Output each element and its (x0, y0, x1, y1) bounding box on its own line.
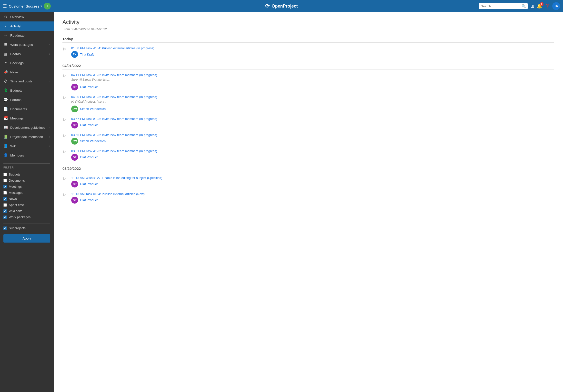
filter-checkbox-wiki-edits[interactable] (3, 209, 7, 213)
activity-user: OP Olaf Product (71, 181, 554, 187)
avatar[interactable]: TK (552, 2, 560, 10)
avatar: TK (71, 51, 78, 58)
sidebar-label-activity: Activity (10, 24, 50, 28)
avatar: SW (71, 138, 78, 145)
sidebar-label-work-packages: Work packages (10, 43, 47, 47)
filter-section: FILTER Budgets Documents Meetings Messag… (0, 160, 54, 221)
sidebar-item-news[interactable]: 📣 News (0, 68, 54, 77)
filter-checkbox-work-packages[interactable] (3, 216, 7, 219)
filter-label-messages: Messages (9, 191, 23, 195)
filter-item-documents[interactable]: Documents (3, 177, 50, 184)
sidebar-label-members: Members (10, 154, 50, 157)
search-box[interactable]: 🔍 (479, 3, 528, 9)
apply-button[interactable]: Apply (3, 234, 50, 243)
filter-checkbox-spent-time[interactable] (3, 203, 7, 207)
help-icon[interactable]: ❓ (544, 3, 550, 9)
filter-item-work-packages[interactable]: Work packages (3, 214, 50, 220)
grid-icon[interactable]: ⊞ (531, 3, 534, 9)
filter-label-spent-time: Spent time (9, 203, 24, 207)
sidebar-item-forums[interactable]: 💬 Forums (0, 95, 54, 104)
user-name[interactable]: Tina Kraft (80, 53, 94, 56)
activity-user: OP Olaf Product (71, 122, 554, 128)
avatar: OP (71, 122, 78, 128)
user-name[interactable]: Simon Wunderlich (80, 139, 106, 143)
filter-item-news[interactable]: News (3, 196, 50, 202)
filter-item-wiki-edits[interactable]: Wiki edits (3, 208, 50, 214)
sidebar-item-documents[interactable]: 📄 Documents (0, 104, 54, 114)
sidebar-item-roadmap[interactable]: ⇒ Roadmap (0, 31, 54, 40)
sidebar-label-news: News (10, 71, 50, 74)
subprojects-label: Subprojects (9, 226, 26, 230)
activity-link[interactable]: Task #123: Invite new team members (In p… (86, 149, 157, 153)
sidebar-item-dev-guidelines[interactable]: 📖 Development guidelines › (0, 123, 54, 132)
notification-icon[interactable]: 🔔 2 (537, 3, 542, 9)
sidebar-item-overview[interactable]: ⊙ Overview (0, 12, 54, 22)
user-name[interactable]: Olaf Product (80, 123, 98, 127)
activity-time: 03:56 PM (71, 133, 85, 137)
filter-item-spent-time[interactable]: Spent time (3, 202, 50, 208)
time-costs-icon: ⏱ (3, 79, 8, 83)
arrow-icon: › (49, 43, 50, 46)
activity-link[interactable]: Task #134: Publish external articles (In… (86, 46, 154, 50)
activity-type-icon: ▷ (64, 47, 68, 51)
project-name[interactable]: Customer Success ▾ (9, 4, 42, 8)
sidebar-label-budgets: Budgets (10, 89, 50, 92)
sidebar-item-backlogs[interactable]: ≡ Backlogs (0, 59, 54, 68)
filter-item-messages[interactable]: Messages (3, 190, 50, 196)
activity-group: 04/01/2022 ▷ 04:11 PM Task #123: Invite … (63, 64, 554, 161)
logo-text: OpenProject (271, 4, 298, 9)
sidebar-item-budgets[interactable]: 💲 Budgets (0, 86, 54, 95)
sidebar-item-work-packages[interactable]: ☰ Work packages › (0, 40, 54, 49)
activity-link[interactable]: Task #123: Invite new team members (In p… (86, 95, 157, 99)
activity-link[interactable]: Task #134: Publish external articles (Ne… (86, 192, 145, 196)
sidebar-item-meetings[interactable]: 📅 Meetings (0, 114, 54, 123)
filter-checkbox-meetings[interactable] (3, 185, 7, 188)
activity-user: TK Tina Kraft (71, 51, 554, 58)
filter-checkbox-messages[interactable] (3, 191, 7, 195)
sidebar-label-wiki: Wiki (10, 144, 47, 148)
activity-link[interactable]: Wish #127: Enable inline editing for sub… (86, 176, 162, 180)
user-name[interactable]: Olaf Product (80, 85, 98, 89)
user-name[interactable]: Olaf Product (80, 198, 98, 202)
sidebar-label-dev-guidelines: Development guidelines (10, 126, 47, 129)
filter-checkbox-news[interactable] (3, 197, 7, 201)
activity-time: 01:50 PM (71, 46, 85, 50)
arrow-icon: › (49, 145, 50, 147)
filter-item-meetings[interactable]: Meetings (3, 184, 50, 190)
meetings-icon: 📅 (3, 116, 8, 121)
sidebar-item-activity[interactable]: ✓ Activity (0, 22, 54, 31)
backlogs-icon: ≡ (3, 61, 8, 65)
user-name[interactable]: Olaf Product (80, 182, 98, 186)
activity-time: 04:00 PM (71, 95, 85, 99)
arrow-icon: › (49, 80, 50, 83)
subprojects-item[interactable]: Subprojects (3, 226, 50, 230)
activity-body: 01:50 PM Task #134: Publish external art… (71, 46, 554, 58)
add-button[interactable]: + (44, 3, 51, 10)
sidebar-item-project-doc[interactable]: 📗 Project documentation › (0, 132, 54, 141)
hamburger-icon[interactable]: ☰ (3, 3, 7, 9)
activity-link[interactable]: Task #123: Invite new team members (In p… (86, 133, 157, 137)
user-name[interactable]: Simon Wunderlich (80, 107, 106, 111)
subprojects-checkbox[interactable] (3, 226, 7, 230)
sidebar-item-members[interactable]: 👤 Members (0, 151, 54, 160)
filter-item-budgets[interactable]: Budgets (3, 172, 50, 177)
filter-checkbox-budgets[interactable] (3, 173, 7, 176)
forums-icon: 💬 (3, 98, 8, 102)
activity-excerpt: Sure, @Simon Wunderlich... (71, 77, 242, 82)
sidebar-item-time-costs[interactable]: ⏱ Time and costs › (0, 77, 54, 86)
sidebar-item-boards[interactable]: ▦ Boards › (0, 49, 54, 59)
activity-user: OP Olaf Product (71, 197, 554, 204)
filter-checkbox-documents[interactable] (3, 179, 7, 182)
avatar: OP (71, 84, 78, 90)
user-name[interactable]: Olaf Product (80, 155, 98, 159)
activity-type-icon: ▷ (64, 149, 68, 154)
activity-body: 03:57 PM Task #123: Invite new team memb… (71, 117, 554, 128)
filter-label-news: News (9, 197, 17, 201)
documents-icon: 📄 (3, 107, 8, 111)
sidebar-item-wiki[interactable]: 📘 Wiki › (0, 141, 54, 151)
activity-item: ▷ 04:00 PM Task #123: Invite new team me… (63, 95, 554, 112)
activity-link[interactable]: Task #123: Invite new team members (In p… (86, 73, 157, 77)
activity-link[interactable]: Task #123: Invite new team members (In p… (86, 117, 157, 121)
search-input[interactable] (481, 4, 520, 8)
budgets-icon: 💲 (3, 88, 8, 93)
